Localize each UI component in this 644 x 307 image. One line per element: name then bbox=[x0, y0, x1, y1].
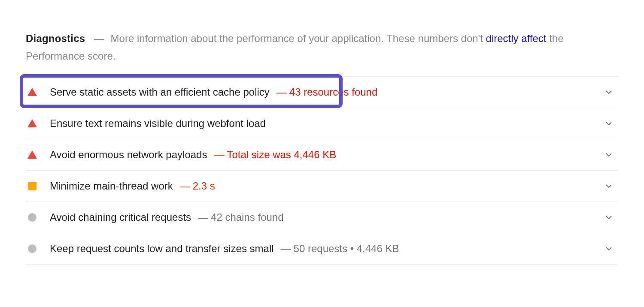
audit-title: Avoid enormous network payloads bbox=[50, 149, 207, 161]
detail-dash: — bbox=[180, 180, 190, 192]
fail-triangle-icon bbox=[27, 150, 37, 160]
chevron-down-icon[interactable] bbox=[604, 87, 614, 97]
chevron-down-icon[interactable] bbox=[604, 212, 614, 223]
detail-dash: — bbox=[281, 243, 291, 254]
audit-row[interactable]: Avoid chaining critical requests—42 chai… bbox=[26, 202, 618, 233]
audit-title: Serve static assets with an efficient ca… bbox=[50, 86, 270, 98]
audit-detail: —Total size was 4,446 KB bbox=[214, 149, 336, 161]
audit-detail-text: 50 requests • 4,446 KB bbox=[294, 243, 399, 254]
audit-title: Ensure text remains visible during webfo… bbox=[50, 117, 266, 129]
audit-title: Minimize main-thread work bbox=[50, 180, 173, 192]
audit-list: Serve static assets with an efficient ca… bbox=[26, 76, 618, 265]
info-circle-icon bbox=[27, 213, 37, 222]
audit-row[interactable]: Ensure text remains visible during webfo… bbox=[26, 108, 618, 139]
chevron-down-icon[interactable] bbox=[604, 244, 614, 254]
section-title: Diagnostics bbox=[26, 33, 85, 44]
average-square-icon bbox=[27, 181, 37, 191]
header-desc-before: More information about the performance o… bbox=[111, 33, 486, 44]
audit-detail-text: Total size was 4,446 KB bbox=[227, 149, 336, 160]
detail-dash: — bbox=[276, 86, 287, 98]
chevron-down-icon[interactable] bbox=[604, 181, 614, 191]
audit-detail: —2.3 s bbox=[180, 180, 215, 192]
audit-row[interactable]: Minimize main-thread work—2.3 s bbox=[26, 171, 618, 202]
audit-row[interactable]: Avoid enormous network payloads—Total si… bbox=[26, 139, 618, 171]
diagnostics-header: Diagnostics — More information about the… bbox=[26, 30, 618, 65]
detail-dash: — bbox=[214, 149, 224, 160]
detail-dash: — bbox=[198, 211, 208, 223]
directly-affect-link[interactable]: directly affect bbox=[486, 33, 547, 44]
audit-detail: —43 resources found bbox=[276, 86, 377, 98]
fail-triangle-icon bbox=[27, 87, 37, 97]
audit-detail: —50 requests • 4,446 KB bbox=[281, 243, 399, 255]
audit-detail: —42 chains found bbox=[198, 211, 283, 223]
header-dash: — bbox=[94, 33, 104, 44]
audit-row[interactable]: Serve static assets with an efficient ca… bbox=[26, 77, 618, 108]
audit-title: Keep request counts low and transfer siz… bbox=[50, 243, 274, 255]
chevron-down-icon[interactable] bbox=[604, 150, 614, 160]
audit-detail-text: 43 resources found bbox=[289, 86, 377, 98]
audit-detail-text: 42 chains found bbox=[211, 211, 283, 223]
audit-detail-text: 2.3 s bbox=[193, 180, 215, 192]
chevron-down-icon[interactable] bbox=[604, 118, 614, 129]
audit-row[interactable]: Keep request counts low and transfer siz… bbox=[26, 233, 618, 265]
audit-title: Avoid chaining critical requests bbox=[50, 211, 191, 223]
info-circle-icon bbox=[27, 244, 37, 253]
fail-triangle-icon bbox=[27, 119, 37, 128]
